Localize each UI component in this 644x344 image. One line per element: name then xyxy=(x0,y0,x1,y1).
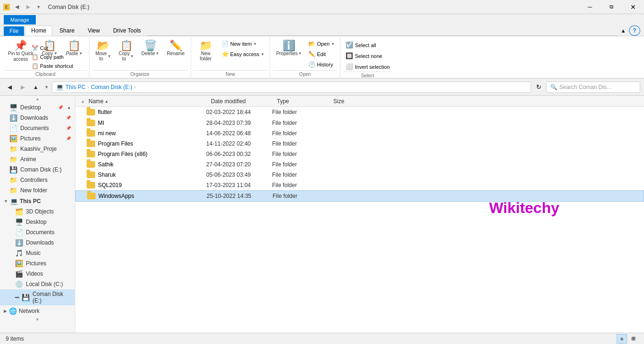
sidebar-item-new-folder[interactable]: 📁 New folder xyxy=(0,185,75,196)
file-row-windows-apps[interactable]: WindowsApps 25-10-2022 14:35 File folder xyxy=(75,190,644,202)
tab-view[interactable]: View xyxy=(81,25,106,36)
file-row-program-files-x86[interactable]: Program Files (x86) 06-06-2023 00:32 Fil… xyxy=(75,149,644,159)
file-row-flutter[interactable]: flutter 02-03-2022 18:44 File folder xyxy=(75,107,644,118)
coman-e-disk-icon: 💾 xyxy=(22,294,30,301)
paste-shortcut-icon: 📋 xyxy=(32,63,38,69)
ribbon-group-new: 📁 New folder 📄 New item ▼ ⭐ Easy access … xyxy=(191,37,270,78)
search-box[interactable]: 🔍 Search Coman Dis... xyxy=(546,82,640,93)
properties-label: Properties xyxy=(276,51,298,56)
sidebar-item-this-pc[interactable]: ▼ 💻 This PC xyxy=(0,196,75,206)
file-list: flutter 02-03-2022 18:44 File folder MI … xyxy=(75,107,644,333)
file-type: File folder xyxy=(272,130,329,137)
file-row-mi[interactable]: MI 28-04-2023 07:39 File folder xyxy=(75,118,644,128)
sidebar-scroll-up[interactable]: ▲ xyxy=(0,96,75,102)
sidebar-scroll-down[interactable]: ▼ xyxy=(0,316,75,323)
sidebar-item-desktop-pinned[interactable]: 🖥️ Desktop 📌 ▲ xyxy=(0,102,75,113)
new-folder-button[interactable]: 📁 New folder xyxy=(194,38,217,64)
back-button[interactable]: ◀ xyxy=(4,82,15,93)
ribbon-group-open: ℹ️ Properties ▼ 📂 Open ▼ ✏️ Edit 🕐 xyxy=(270,37,340,78)
close-button[interactable]: ✕ xyxy=(622,0,644,14)
copy-path-button[interactable]: 📋 Copy path xyxy=(29,53,86,61)
file-type: File folder xyxy=(272,182,329,188)
select-none-button[interactable]: 🔲 Select none xyxy=(343,51,392,61)
delete-button[interactable]: 🗑️ Delete ▼ xyxy=(138,38,162,58)
quick-access-back[interactable]: ◀ xyxy=(12,2,22,12)
sidebar-item-documents-pinned[interactable]: 📄 Documents 📌 xyxy=(0,123,75,133)
sidebar-label: This PC xyxy=(20,198,41,205)
file-type: File folder xyxy=(272,151,329,157)
up-button[interactable]: ▲ xyxy=(30,82,41,93)
move-to-button[interactable]: 📂 Move to ▼ xyxy=(92,38,114,64)
details-view-button[interactable]: ≡ xyxy=(617,334,627,344)
quick-access-forward[interactable]: ▶ xyxy=(24,2,33,12)
sidebar-item-desktop-this-pc[interactable]: 🖥️ Desktop xyxy=(0,217,75,227)
sidebar-item-coman-disk-qs[interactable]: 💾 Coman Disk (E:) xyxy=(0,164,75,175)
sidebar-item-music[interactable]: 🎵 Music xyxy=(0,248,75,258)
recent-locations-button[interactable]: ▼ xyxy=(43,82,50,93)
quick-access-dropdown[interactable]: ▼ xyxy=(35,2,42,12)
open-label: Open xyxy=(317,41,330,47)
select-all-button[interactable]: ☑️ Select all xyxy=(343,40,392,50)
paste-shortcut-button[interactable]: 📋 Paste shortcut xyxy=(29,62,86,70)
sidebar-item-network[interactable]: ▶ 🌐 Network xyxy=(0,305,75,316)
easy-access-button[interactable]: ⭐ Easy access ▼ xyxy=(219,49,267,59)
sidebar-item-downloads-pinned[interactable]: ⬇️ Downloads 📌 xyxy=(0,113,75,123)
sidebar-item-controllers[interactable]: 📁 Controllers xyxy=(0,175,75,185)
tab-share[interactable]: Share xyxy=(53,25,80,36)
sidebar-item-3d-objects[interactable]: 🗂️ 3D Objects xyxy=(0,206,75,217)
sidebar-item-pictures-this-pc[interactable]: 🖼️ Pictures xyxy=(0,258,75,269)
col-header-type[interactable]: Type xyxy=(275,98,331,105)
maximize-button[interactable]: ⧉ xyxy=(601,0,622,14)
cut-button[interactable]: ✂️ Cut xyxy=(29,44,86,52)
edit-button[interactable]: ✏️ Edit xyxy=(306,49,337,59)
properties-button[interactable]: ℹ️ Properties ▼ xyxy=(273,38,306,58)
breadcrumb[interactable]: 💻 This PC › Coman Disk (E:) › xyxy=(52,82,531,93)
sidebar-item-kaashiv[interactable]: 📁 Kaashiv_Proje xyxy=(0,144,75,154)
refresh-button[interactable]: ↻ xyxy=(533,82,544,93)
tab-file[interactable]: File xyxy=(4,26,24,36)
file-row-mi-new[interactable]: mi new 14-06-2022 06:48 File folder xyxy=(75,128,644,139)
minimize-button[interactable]: ─ xyxy=(579,0,601,14)
downloads2-icon: ⬇️ xyxy=(15,239,23,246)
col-header-size[interactable]: Size xyxy=(331,98,369,105)
desktop-icon: 🖥️ xyxy=(9,104,17,111)
sidebar-label: Pictures xyxy=(20,135,40,142)
sidebar-item-documents-this-pc[interactable]: 📄 Documents xyxy=(0,227,75,238)
open-button[interactable]: 📂 Open ▼ xyxy=(306,39,337,49)
history-icon: 🕐 xyxy=(308,61,315,68)
col-header-name[interactable]: Name ▲ xyxy=(87,98,209,105)
forward-button[interactable]: ▶ xyxy=(17,82,28,93)
folder-icon xyxy=(87,120,95,126)
large-icon-view-button[interactable]: ⊞ xyxy=(628,334,638,344)
select-none-icon: 🔲 xyxy=(346,52,353,59)
coman-qs-icon: 💾 xyxy=(9,166,17,173)
desktop2-icon: 🖥️ xyxy=(15,218,23,226)
file-row-sharuk[interactable]: Sharuk 05-06-2023 03:49 File folder xyxy=(75,170,644,180)
file-date: 17-03-2023 11:04 xyxy=(206,182,272,188)
tab-home[interactable]: Home xyxy=(25,25,52,36)
file-date: 14-06-2022 06:48 xyxy=(206,130,272,137)
sidebar-item-anime[interactable]: 📁 Anime xyxy=(0,154,75,164)
rename-button[interactable]: ✏️ Rename xyxy=(163,38,188,58)
breadcrumb-icon: 💻 xyxy=(56,83,64,90)
sidebar-item-pictures-pinned[interactable]: 🖼️ Pictures 📌 xyxy=(0,133,75,144)
file-row-sathik[interactable]: Sathik 27-04-2023 07:20 File folder xyxy=(75,159,644,170)
copy-to-button[interactable]: 📋 Copy to ▼ xyxy=(115,38,137,64)
col-header-date[interactable]: Date modified xyxy=(209,98,275,105)
new-item-button[interactable]: 📄 New item ▼ xyxy=(219,39,267,49)
sidebar-item-videos[interactable]: 🎬 Videos xyxy=(0,269,75,279)
sidebar-item-downloads-this-pc[interactable]: ⬇️ Downloads xyxy=(0,238,75,248)
file-row-program-files[interactable]: Program Files 14-11-2022 02:40 File fold… xyxy=(75,139,644,149)
file-name: WindowsApps xyxy=(98,193,207,199)
sidebar-item-local-disk[interactable]: 💿 Local Disk (C:) xyxy=(0,279,75,289)
tab-drive-tools[interactable]: Drive Tools xyxy=(107,25,147,36)
help-button[interactable]: ? xyxy=(629,25,640,36)
history-button[interactable]: 🕐 History xyxy=(306,60,337,69)
item-count: 9 items xyxy=(6,336,24,342)
manage-tab-label: Manage xyxy=(4,15,36,25)
sidebar-item-coman-disk-e[interactable]: ━ 💾 Coman Disk (E:) xyxy=(0,289,75,305)
sidebar-label: Documents xyxy=(20,125,49,131)
ribbon-collapse[interactable]: ▲ xyxy=(618,25,629,36)
file-row-sql2019[interactable]: SQL2019 17-03-2023 11:04 File folder xyxy=(75,180,644,190)
invert-selection-button[interactable]: ⬜ Invert selection xyxy=(343,62,392,72)
